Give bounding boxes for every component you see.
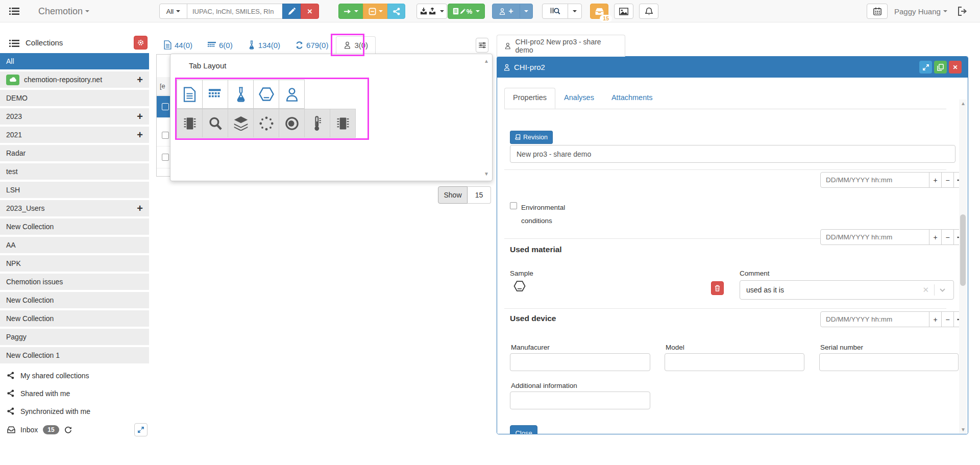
collection-item[interactable]: New Collection	[0, 310, 149, 328]
layout-item-thermometer[interactable]	[304, 109, 330, 138]
structure-search-button[interactable]	[282, 4, 301, 19]
panel-scrollbar[interactable]: ▲ ▼	[959, 100, 967, 433]
inbox-expand-button[interactable]	[134, 423, 148, 436]
datetime-input[interactable]	[820, 229, 929, 245]
layout-item-grid[interactable]	[202, 80, 228, 109]
barcode-search-button[interactable]	[542, 4, 568, 19]
tab-grid[interactable]: 6(0)	[200, 36, 240, 54]
clear-search-button[interactable]: ✕	[301, 4, 319, 19]
show-button[interactable]: Show	[438, 186, 468, 204]
collection-item[interactable]: AA	[0, 237, 149, 254]
add-person-button[interactable]: +	[492, 4, 520, 19]
remove-field-button[interactable]: −	[941, 172, 954, 188]
comment-select[interactable]: used as it is ✕	[740, 280, 954, 300]
export-collection-button[interactable]	[338, 4, 363, 19]
row-checkbox[interactable]	[162, 103, 169, 110]
report-button[interactable]: %	[448, 4, 485, 19]
layout-item-flask[interactable]	[228, 80, 254, 109]
hexagon-icon[interactable]	[513, 281, 526, 291]
scrollbar-thumb[interactable]	[960, 214, 966, 286]
scroll-down-icon[interactable]: ▼	[483, 171, 490, 177]
row-checkbox[interactable]	[162, 154, 169, 161]
refresh-icon[interactable]	[64, 426, 72, 433]
detail-tab[interactable]: CHI-pro2 New pro3 - share demo	[497, 35, 625, 57]
barcode-caret-button[interactable]	[568, 4, 582, 19]
scroll-up-icon[interactable]: ▲	[961, 101, 966, 106]
layout-item-chip[interactable]	[177, 109, 203, 138]
datetime-input[interactable]	[820, 311, 929, 327]
collection-item[interactable]: Paggy	[0, 329, 149, 346]
tab-flask[interactable]: 134(0)	[240, 36, 288, 54]
search-scope-button[interactable]: All	[159, 4, 187, 19]
scroll-down-icon[interactable]: ▼	[961, 427, 966, 432]
add-field-button[interactable]: +	[929, 172, 942, 188]
chevron-down-icon[interactable]	[935, 288, 947, 292]
tab-screen[interactable]: 679(0)	[288, 36, 336, 54]
model-input[interactable]	[665, 353, 804, 371]
sample-image-button[interactable]	[614, 4, 633, 19]
add-person-caret-button[interactable]	[520, 4, 533, 19]
tab-research-plan[interactable]: 3(0)	[336, 36, 376, 54]
remove-field-button[interactable]: −	[941, 311, 954, 327]
search-input[interactable]	[187, 4, 283, 19]
add-subcollection-button[interactable]: +	[137, 130, 143, 140]
add-field-button[interactable]: +	[929, 311, 942, 327]
close-button[interactable]: Close	[510, 425, 537, 434]
tab-documents[interactable]: 44(0)	[156, 36, 200, 54]
layout-item-dotted-circle[interactable]	[253, 109, 279, 138]
row-checkbox[interactable]	[162, 132, 169, 139]
layout-item-hexagon[interactable]	[253, 80, 279, 109]
collection-item[interactable]: test	[0, 163, 149, 181]
sign-out-button[interactable]	[958, 4, 968, 19]
delete-sample-button[interactable]	[711, 281, 724, 295]
manage-collections-button[interactable]	[134, 36, 148, 50]
env-conditions-checkbox[interactable]	[510, 202, 517, 209]
collection-item[interactable]: DEMO	[0, 90, 149, 107]
collection-item[interactable]: Chemotion issues	[0, 274, 149, 291]
collection-item[interactable]: NPK	[0, 255, 149, 273]
collection-item[interactable]: New Collection 1	[0, 347, 149, 364]
notifications-button[interactable]	[639, 4, 658, 19]
tab-layout-toggle-button[interactable]	[476, 38, 488, 53]
share-button[interactable]	[387, 4, 405, 19]
add-field-button[interactable]: +	[929, 229, 942, 245]
scroll-up-icon[interactable]: ▲	[483, 58, 490, 64]
plan-name-input[interactable]	[510, 145, 955, 163]
tab-properties[interactable]: Properties	[504, 88, 555, 109]
serial-number-input[interactable]	[819, 353, 959, 371]
page-size-input[interactable]	[468, 186, 491, 204]
datetime-input[interactable]	[820, 172, 929, 188]
calendar-button[interactable]	[867, 4, 888, 19]
tab-attachments[interactable]: Attachments	[603, 88, 662, 109]
collection-item[interactable]: 2023_Users+	[0, 200, 149, 217]
collection-item[interactable]: Radar	[0, 145, 149, 162]
layout-item-layers[interactable]	[228, 109, 254, 138]
layout-item-document[interactable]	[177, 80, 203, 109]
layout-item-person[interactable]	[279, 80, 305, 109]
collection-item[interactable]: chemotion-repository.net +	[0, 71, 149, 89]
inbox-button[interactable]: 15	[590, 4, 608, 19]
synchronized-with-me-link[interactable]: Synchronized with me	[0, 402, 149, 420]
my-shared-collections-link[interactable]: My shared collections	[0, 366, 149, 384]
brand-menu[interactable]: Chemotion	[38, 4, 89, 19]
fullscreen-button[interactable]	[919, 61, 932, 74]
inbox-row[interactable]: Inbox 15	[0, 421, 149, 438]
layout-item-target[interactable]	[279, 109, 305, 138]
collection-item[interactable]: New Collection	[0, 218, 149, 236]
revision-button[interactable]: Revision	[510, 131, 553, 144]
layout-item-magnifier[interactable]	[202, 109, 228, 138]
additional-information-input[interactable]	[510, 391, 650, 409]
shared-with-me-link[interactable]: Shared with me	[0, 384, 149, 402]
sidebar-toggle-button[interactable]	[9, 4, 19, 19]
add-subcollection-button[interactable]: +	[137, 111, 143, 121]
add-subcollection-button[interactable]: +	[137, 203, 143, 213]
collection-item[interactable]: 2023+	[0, 108, 149, 126]
import-export-button[interactable]	[416, 4, 447, 19]
collection-item[interactable]: LSH	[0, 182, 149, 199]
copy-button[interactable]	[934, 61, 947, 74]
collection-item[interactable]: 2021+	[0, 127, 149, 144]
collection-item[interactable]: New Collection	[0, 292, 149, 309]
user-menu[interactable]: Paggy Huang	[894, 4, 947, 19]
remove-field-button[interactable]: −	[941, 229, 954, 245]
clear-icon[interactable]: ✕	[917, 285, 934, 295]
